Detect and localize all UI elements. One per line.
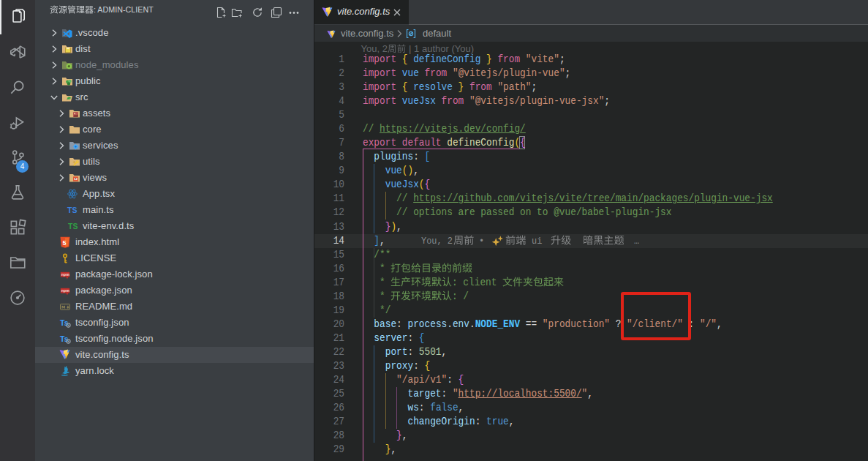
svg-text:TS: TS (68, 222, 78, 230)
svg-text:npm: npm (61, 288, 69, 293)
svg-text:Ts: Ts (60, 318, 69, 327)
svg-text:npm: npm (61, 272, 69, 277)
svg-text:Ts: Ts (60, 334, 69, 343)
svg-text:5: 5 (63, 239, 67, 247)
svg-text:TS: TS (67, 206, 77, 214)
